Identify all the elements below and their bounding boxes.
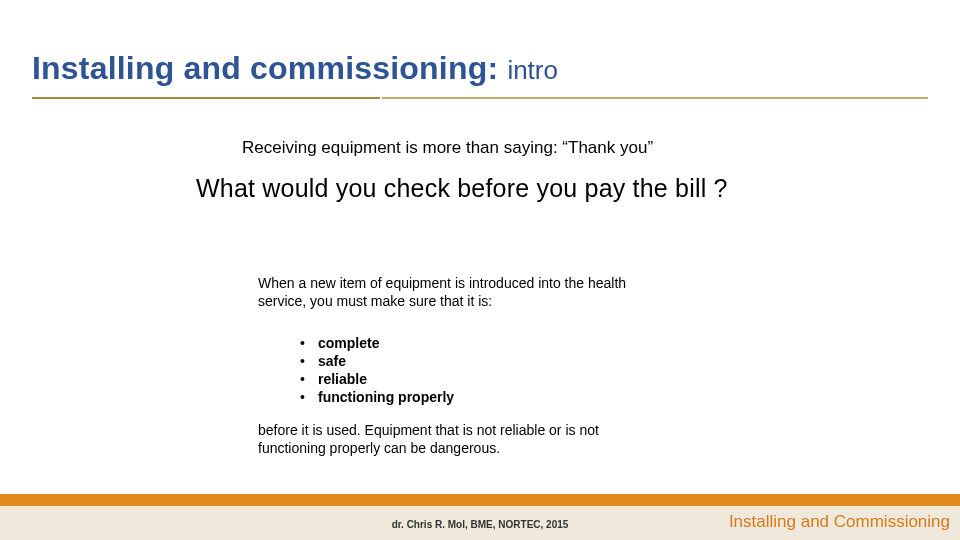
title-sub: intro [507, 55, 558, 85]
list-item: reliable [300, 371, 454, 387]
footer-title: Installing and Commissioning [729, 512, 950, 532]
footer: dr. Chris R. Mol, BME, NORTEC, 2015 Inst… [0, 494, 960, 540]
title-underline-left [32, 97, 380, 99]
question-text: What would you check before you pay the … [196, 174, 728, 203]
list-item: safe [300, 353, 454, 369]
bullet-list: complete safe reliable functioning prope… [300, 335, 454, 407]
slide-title: Installing and commissioning: intro [32, 50, 928, 87]
list-item: complete [300, 335, 454, 351]
title-main: Installing and commissioning: [32, 50, 507, 86]
body-outro: before it is used. Equipment that is not… [258, 421, 646, 457]
title-underline-right [382, 97, 928, 99]
lead-text: Receiving equipment is more than saying:… [242, 138, 653, 158]
list-item: functioning properly [300, 389, 454, 405]
body-intro: When a new item of equipment is introduc… [258, 274, 662, 310]
slide: Installing and commissioning: intro Rece… [0, 0, 960, 540]
footer-accent-bar [0, 494, 960, 506]
